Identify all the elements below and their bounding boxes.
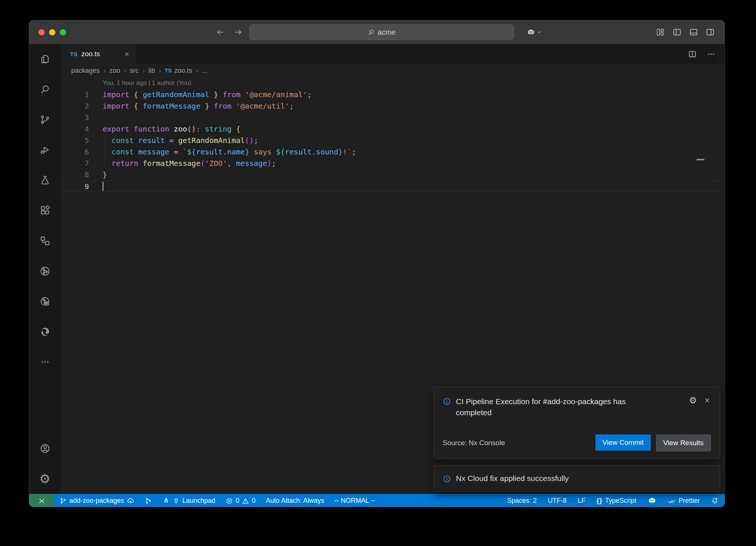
git-branch-status[interactable]: add-zoo-packages xyxy=(59,497,134,505)
view-results-button[interactable]: View Results xyxy=(656,434,711,451)
prettier-status[interactable]: Prettier xyxy=(668,497,700,505)
git-blame-annotation: You, 1 hour ago | 1 author (You) xyxy=(61,77,725,89)
breadcrumb-separator: › xyxy=(196,66,198,75)
notifications-bell[interactable] xyxy=(711,497,719,505)
code-line-4[interactable]: 4export function zoo(): string { xyxy=(61,123,725,135)
close-button[interactable] xyxy=(38,29,45,35)
code-line-8[interactable]: 8} xyxy=(61,169,725,181)
auto-attach-status[interactable]: Auto Attach: Always xyxy=(266,497,324,505)
split-editor-icon[interactable] xyxy=(688,50,697,59)
status-label: -- NORMAL -- xyxy=(334,497,375,505)
hierarchy-icon xyxy=(39,235,51,246)
sidebar-item-source-control[interactable] xyxy=(29,105,61,135)
tab-zoo-ts[interactable]: TS zoo.ts xyxy=(61,44,136,64)
code-line-5[interactable]: 5 const result = getRandomAnimal(); xyxy=(61,135,725,146)
sidebar-item-extensions[interactable] xyxy=(29,195,61,226)
status-label: LF xyxy=(578,497,585,505)
copilot-icon xyxy=(647,496,657,505)
breadcrumb-label: packages xyxy=(71,67,100,75)
search-value: acme xyxy=(378,28,396,37)
code-line-3[interactable]: 3 xyxy=(61,112,725,123)
sidebar-item-more-views[interactable] xyxy=(29,347,61,377)
copilot-status[interactable] xyxy=(647,496,657,505)
code-line-7[interactable]: 7 return formatMessage('ZOO', message); xyxy=(61,158,725,169)
breadcrumb-item-lib[interactable]: lib xyxy=(148,67,155,75)
info-icon xyxy=(443,397,451,406)
code-line-1[interactable]: 1import { getRandomAnimal } from '@acme/… xyxy=(61,89,725,100)
problems-status[interactable]: 00 xyxy=(226,497,255,505)
editor-actions xyxy=(688,44,716,64)
sidebar-item-settings[interactable]: ⚙ xyxy=(29,464,61,494)
line-number: 5 xyxy=(61,135,89,146)
zoom-button[interactable] xyxy=(60,29,66,35)
sidebar-item-nx-cloud[interactable] xyxy=(29,286,61,317)
line-content: const result = getRandomAnimal(); xyxy=(89,135,258,146)
toggle-panel-icon[interactable] xyxy=(689,27,698,37)
breadcrumb-item-zoo-ts[interactable]: TSzoo.ts xyxy=(165,67,192,75)
breadcrumb-item-src[interactable]: src xyxy=(130,67,139,75)
breadcrumb-separator: › xyxy=(142,66,145,75)
status-label: 0 xyxy=(236,497,239,505)
customize-layout-icon[interactable] xyxy=(656,27,665,37)
desktop: acme ⚙ TS zo xyxy=(0,0,756,546)
notification-source: Source: Nx Console xyxy=(443,439,505,447)
forward-arrow-icon[interactable] xyxy=(233,27,243,37)
language-status[interactable]: {}TypeScript xyxy=(597,497,636,505)
breadcrumb-label: ... xyxy=(202,67,207,75)
close-icon[interactable] xyxy=(124,51,130,57)
code-editor[interactable]: 1import { getRandomAnimal } from '@acme/… xyxy=(61,89,725,192)
breadcrumb-item-zoo[interactable]: zoo xyxy=(109,67,120,75)
search-icon xyxy=(368,29,375,36)
sidebar-item-testing[interactable] xyxy=(29,165,61,195)
sidebar-item-hierarchy[interactable] xyxy=(29,226,61,256)
line-content: export function zoo(): string { xyxy=(89,123,240,135)
activity-bar-top xyxy=(29,44,61,433)
view-commit-button[interactable]: View Commit xyxy=(595,434,651,451)
notification-close-icon[interactable] xyxy=(704,397,711,404)
cloud-upload-icon xyxy=(127,497,134,505)
sidebar-item-explorer[interactable] xyxy=(29,44,61,74)
copilot-menu[interactable] xyxy=(526,20,542,44)
code-line-9[interactable]: 9 xyxy=(61,181,725,192)
sidebar-item-search[interactable] xyxy=(29,74,61,105)
sidebar-item-run-debug[interactable] xyxy=(29,135,61,165)
notification-ci-pipeline: CI Pipeline Execution for #add-zoo-packa… xyxy=(433,387,720,459)
notification-settings-gear-icon[interactable]: ⚙ xyxy=(689,396,697,405)
back-arrow-icon[interactable] xyxy=(216,27,225,37)
breadcrumb-separator: › xyxy=(124,66,126,75)
notification-center: CI Pipeline Execution for #add-zoo-packa… xyxy=(433,387,720,492)
line-content xyxy=(89,181,103,192)
code-line-2[interactable]: 2import { formatMessage } from '@acme/ut… xyxy=(61,100,725,112)
sidebar-item-accounts[interactable] xyxy=(29,433,61,464)
search-icon xyxy=(39,84,51,95)
status-bar-right: Spaces: 2UTF-8LF{}TypeScriptPrettier xyxy=(496,494,719,507)
activity-bar-bottom: ⚙ xyxy=(29,433,61,494)
ts-file-icon: TS xyxy=(165,68,172,74)
line-number: 9 xyxy=(61,181,89,192)
command-center-search[interactable]: acme xyxy=(250,24,514,40)
plug-icon xyxy=(172,497,180,505)
run-debug-icon xyxy=(39,144,51,156)
line-number: 6 xyxy=(61,146,89,158)
bell-dot-icon xyxy=(711,497,719,505)
toggle-secondary-sidebar-icon[interactable] xyxy=(705,27,715,37)
minimize-button[interactable] xyxy=(49,29,55,35)
toggle-sidebar-icon[interactable] xyxy=(672,27,682,37)
code-line-6[interactable]: 6 const message = `${result.name} says $… xyxy=(61,146,725,158)
git-graph-status[interactable] xyxy=(145,497,152,505)
launchpad-status[interactable]: Launchpad xyxy=(162,497,215,505)
more-actions-icon[interactable] xyxy=(707,50,716,59)
vim-mode-status[interactable]: -- NORMAL -- xyxy=(334,497,375,505)
eol-status[interactable]: LF xyxy=(578,497,585,505)
sidebar-item-edge-browser[interactable] xyxy=(29,317,61,347)
history-nav xyxy=(216,20,243,44)
breadcrumb-item-packages[interactable]: packages xyxy=(71,67,100,75)
encoding-status[interactable]: UTF-8 xyxy=(548,497,567,505)
editor-group: TS zoo.ts packages›zoo›src›lib›TSzoo.ts›… xyxy=(61,44,725,494)
breadcrumb-item--[interactable]: ... xyxy=(202,67,207,75)
indentation-status[interactable]: Spaces: 2 xyxy=(507,497,537,505)
sidebar-item-nx-console[interactable] xyxy=(29,256,61,286)
remote-indicator[interactable] xyxy=(29,494,54,507)
tab-bar: TS zoo.ts xyxy=(61,44,725,64)
edge-browser-icon xyxy=(39,326,51,337)
